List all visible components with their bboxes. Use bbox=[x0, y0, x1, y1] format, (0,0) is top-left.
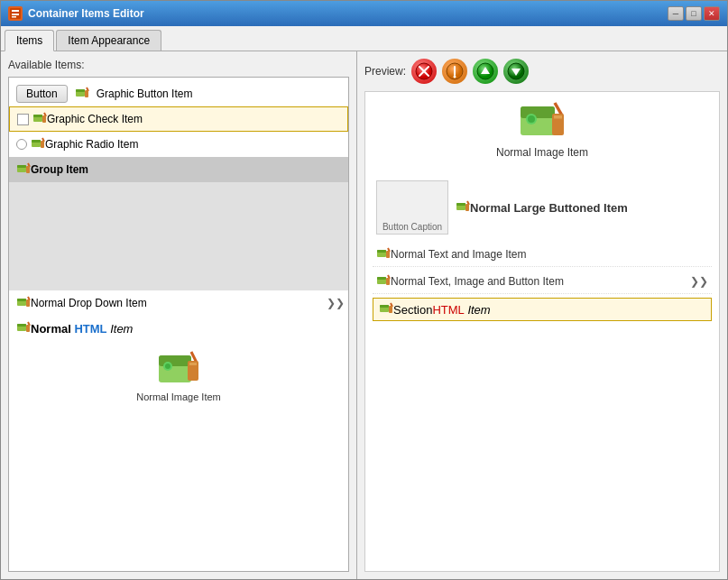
graphic-radio-item-row[interactable]: Graphic Radio Item bbox=[9, 132, 348, 157]
svg-point-31 bbox=[165, 364, 170, 369]
svg-rect-11 bbox=[42, 115, 46, 123]
main-window: Container Items Editor ─ □ ✕ Items Item … bbox=[0, 0, 728, 580]
preview-large-buttoned: Button Caption Normal Large Buttoned Ite… bbox=[373, 177, 712, 238]
text-image-button-icon bbox=[376, 274, 391, 289]
preview-btn-red[interactable] bbox=[411, 59, 437, 84]
title-bar-left: Container Items Editor bbox=[8, 6, 144, 21]
text-image-label: Normal Text and Image Item bbox=[391, 248, 527, 261]
graphic-radio-label: Graphic Radio Item bbox=[45, 138, 138, 151]
svg-point-48 bbox=[528, 115, 535, 123]
svg-rect-13 bbox=[32, 140, 41, 143]
svg-rect-2 bbox=[12, 14, 19, 15]
item-italic-part: Item bbox=[465, 303, 491, 317]
dropdown-label: Normal Drop Down Item bbox=[31, 297, 147, 309]
svg-rect-55 bbox=[465, 204, 469, 211]
normal-html-row[interactable]: Normal HTML Item bbox=[9, 316, 348, 341]
dropdown-icon bbox=[16, 296, 31, 310]
button-caption-label: Button Caption bbox=[382, 222, 442, 232]
graphic-check-item-row[interactable]: Graphic Check Item bbox=[9, 106, 348, 132]
svg-rect-67 bbox=[389, 306, 392, 313]
tab-items[interactable]: Items bbox=[5, 30, 54, 51]
normal-image-label-bottom: Normal Image Item bbox=[136, 391, 221, 402]
preview-btn-up[interactable] bbox=[473, 59, 498, 84]
dropdown-chevron-icon: ❯❯ bbox=[327, 297, 345, 309]
button-item-row[interactable]: Button Graphic Button Item bbox=[9, 81, 348, 106]
preview-section-html[interactable]: SectionHTML Item bbox=[373, 298, 712, 321]
preview-text-image: Normal Text and Image Item bbox=[373, 242, 712, 267]
section-html-icon bbox=[379, 302, 393, 317]
item-part: Item bbox=[110, 322, 133, 336]
maximize-button[interactable]: □ bbox=[686, 6, 702, 21]
svg-rect-19 bbox=[26, 166, 30, 173]
preview-btn-down[interactable] bbox=[503, 59, 529, 84]
graphic-button-icon bbox=[75, 87, 89, 101]
svg-rect-51 bbox=[554, 115, 562, 119]
svg-line-49 bbox=[555, 103, 562, 115]
normal-html-text: Normal HTML Item bbox=[31, 322, 133, 336]
available-label: Available Items: bbox=[8, 59, 349, 71]
svg-rect-57 bbox=[377, 250, 386, 253]
group-label: Group Item bbox=[31, 163, 88, 176]
group-icon bbox=[16, 162, 31, 177]
normal-part: Normal bbox=[31, 322, 71, 336]
preview-normal-image-label: Normal Image Item bbox=[496, 146, 588, 159]
items-list: Button Graphic Button Item bbox=[9, 78, 348, 571]
normal-image-icon-large bbox=[157, 348, 200, 391]
large-buttoned-label: Normal Large Buttoned Item bbox=[470, 201, 628, 215]
svg-rect-7 bbox=[85, 90, 88, 97]
large-button-area[interactable]: Button Caption bbox=[376, 180, 448, 235]
large-buttoned-icon bbox=[456, 200, 470, 215]
left-panel: Available Items: Button bbox=[1, 51, 357, 579]
svg-rect-21 bbox=[17, 299, 26, 301]
svg-rect-46 bbox=[521, 106, 555, 118]
svg-rect-59 bbox=[386, 251, 390, 258]
right-panel: Preview: bbox=[357, 51, 727, 579]
graphic-check-icon bbox=[32, 112, 47, 126]
normal-image-bottom: Normal Image Item bbox=[9, 341, 348, 410]
svg-rect-1 bbox=[12, 10, 19, 12]
graphic-check-label: Graphic Check Item bbox=[47, 113, 143, 125]
svg-rect-63 bbox=[386, 278, 390, 285]
text-image-button-left: Normal Text, Image and Button Item bbox=[376, 274, 564, 289]
html-red-part: HTML bbox=[432, 303, 464, 317]
text-image-icon bbox=[376, 247, 391, 262]
check-icon bbox=[17, 114, 29, 125]
svg-rect-53 bbox=[456, 203, 465, 206]
svg-rect-25 bbox=[17, 324, 26, 327]
svg-rect-17 bbox=[17, 165, 26, 168]
preview-text-image-button: Normal Text, Image and Button Item ❯❯ bbox=[373, 269, 712, 294]
section-html-text: SectionHTML Item bbox=[393, 303, 491, 317]
normal-dropdown-row[interactable]: Normal Drop Down Item ❯❯ bbox=[9, 290, 348, 316]
preview-label: Preview: bbox=[364, 65, 406, 78]
content-area: Available Items: Button bbox=[1, 51, 727, 579]
tab-item-appearance[interactable]: Item Appearance bbox=[56, 30, 161, 51]
preview-image-icon bbox=[519, 99, 566, 146]
app-icon bbox=[8, 6, 23, 21]
svg-rect-27 bbox=[26, 325, 30, 332]
radio-icon bbox=[16, 139, 27, 150]
svg-rect-65 bbox=[380, 305, 389, 308]
large-buttoned-content: Normal Large Buttoned Item bbox=[456, 200, 628, 215]
svg-rect-61 bbox=[377, 277, 386, 280]
graphic-radio-icon bbox=[31, 137, 45, 152]
preview-area: Normal Image Item Button Caption bbox=[364, 91, 720, 572]
graphic-button-label: Graphic Button Item bbox=[97, 87, 193, 100]
preview-btn-orange[interactable] bbox=[442, 59, 467, 84]
minimize-button[interactable]: ─ bbox=[668, 6, 684, 21]
group-content-area bbox=[9, 182, 348, 290]
text-image-button-chevron-icon: ❯❯ bbox=[690, 275, 708, 288]
title-controls: ─ □ ✕ bbox=[668, 6, 720, 21]
close-button[interactable]: ✕ bbox=[704, 6, 720, 21]
svg-rect-23 bbox=[26, 299, 30, 307]
svg-rect-9 bbox=[33, 115, 42, 117]
button-item-btn[interactable]: Button bbox=[16, 85, 68, 103]
svg-rect-3 bbox=[12, 16, 16, 18]
svg-rect-15 bbox=[41, 141, 44, 148]
group-item-row[interactable]: Group Item bbox=[9, 157, 348, 182]
html-part: HTML bbox=[74, 322, 106, 336]
tab-bar: Items Item Appearance bbox=[1, 26, 727, 51]
svg-point-40 bbox=[454, 76, 456, 78]
svg-rect-5 bbox=[76, 89, 85, 92]
preview-header: Preview: bbox=[364, 59, 720, 84]
items-list-container: Button Graphic Button Item bbox=[8, 77, 349, 572]
